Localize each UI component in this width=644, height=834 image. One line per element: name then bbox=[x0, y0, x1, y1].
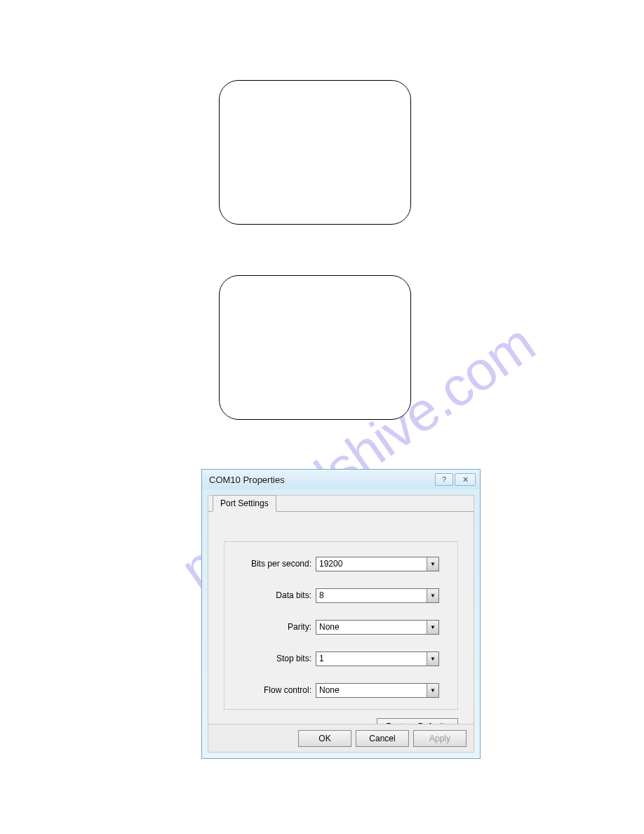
chevron-down-icon: ▼ bbox=[427, 557, 438, 571]
close-icon: ✕ bbox=[462, 475, 469, 484]
field-bits-per-second: Bits per second: 19200 ▼ bbox=[224, 556, 457, 571]
chevron-down-icon: ▼ bbox=[427, 621, 438, 634]
tab-label: Port Settings bbox=[220, 498, 269, 508]
label-parity: Parity: bbox=[224, 622, 316, 632]
help-icon: ? bbox=[442, 475, 446, 484]
placeholder-box-1 bbox=[219, 80, 411, 225]
chevron-down-icon: ▼ bbox=[427, 652, 438, 666]
apply-button: Apply bbox=[413, 730, 467, 747]
select-value: 1 bbox=[316, 654, 427, 663]
select-value: 8 bbox=[316, 590, 427, 600]
label-stop-bits: Stop bits: bbox=[224, 654, 316, 663]
cancel-label: Cancel bbox=[369, 734, 395, 743]
com-properties-dialog: COM10 Properties ? ✕ Port Settings Bits … bbox=[201, 469, 481, 759]
titlebar: COM10 Properties ? ✕ bbox=[202, 470, 480, 489]
cancel-button[interactable]: Cancel bbox=[356, 730, 409, 747]
settings-group: Bits per second: 19200 ▼ Data bits: 8 ▼ … bbox=[224, 541, 458, 710]
select-stop-bits[interactable]: 1 ▼ bbox=[316, 651, 439, 666]
select-value: None bbox=[316, 685, 427, 695]
label-bits-per-second: Bits per second: bbox=[224, 559, 316, 569]
select-value: 19200 bbox=[316, 559, 427, 569]
label-flow-control: Flow control: bbox=[224, 685, 316, 695]
placeholder-box-2 bbox=[219, 275, 411, 420]
field-parity: Parity: None ▼ bbox=[224, 619, 457, 635]
chevron-down-icon: ▼ bbox=[427, 589, 438, 602]
field-flow-control: Flow control: None ▼ bbox=[224, 682, 457, 698]
dialog-body: Port Settings Bits per second: 19200 ▼ D… bbox=[208, 495, 474, 753]
select-bits-per-second[interactable]: 19200 ▼ bbox=[316, 557, 439, 571]
tab-panel: Bits per second: 19200 ▼ Data bits: 8 ▼ … bbox=[208, 511, 474, 752]
close-button[interactable]: ✕ bbox=[455, 473, 476, 486]
select-parity[interactable]: None ▼ bbox=[316, 620, 439, 635]
select-value: None bbox=[316, 622, 427, 632]
tab-port-settings[interactable]: Port Settings bbox=[213, 495, 276, 512]
field-stop-bits: Stop bits: 1 ▼ bbox=[224, 651, 457, 666]
ok-button[interactable]: OK bbox=[298, 730, 351, 747]
dialog-title: COM10 Properties bbox=[206, 475, 434, 485]
label-data-bits: Data bits: bbox=[224, 590, 316, 600]
ok-label: OK bbox=[318, 734, 330, 743]
field-data-bits: Data bits: 8 ▼ bbox=[224, 588, 457, 603]
select-data-bits[interactable]: 8 ▼ bbox=[316, 588, 439, 603]
chevron-down-icon: ▼ bbox=[427, 684, 438, 697]
help-button[interactable]: ? bbox=[435, 473, 453, 486]
dialog-button-row: OK Cancel Apply bbox=[208, 724, 474, 752]
select-flow-control[interactable]: None ▼ bbox=[316, 683, 439, 698]
apply-label: Apply bbox=[429, 734, 450, 743]
